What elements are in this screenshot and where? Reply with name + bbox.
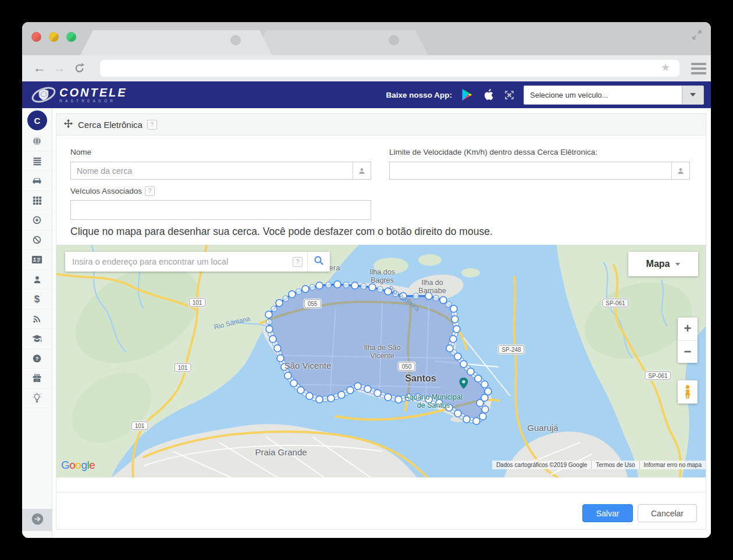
app-header: CONTELE RASTREADOR Baixe nosso App: bbox=[22, 81, 711, 108]
panel-header: Cerca Eletrônica ? bbox=[56, 114, 706, 135]
limite-input[interactable] bbox=[390, 162, 671, 179]
map-copyright: Dados cartográficos ©2019 Google bbox=[492, 461, 591, 469]
browser-toolbar: ← → ★ bbox=[22, 55, 711, 81]
brand-subtitle: RASTREADOR bbox=[59, 99, 127, 103]
resize-icon[interactable] bbox=[691, 29, 703, 43]
caret-down-icon bbox=[675, 263, 680, 266]
zoom-window-button[interactable] bbox=[66, 32, 76, 42]
veiculos-label: Veículos Associados ? bbox=[70, 186, 155, 196]
search-help-icon[interactable]: ? bbox=[293, 257, 303, 267]
sidebar-item-ban[interactable] bbox=[22, 230, 52, 250]
nome-input[interactable] bbox=[71, 162, 353, 179]
map-attribution: Dados cartográficos ©2019 GoogleTermos d… bbox=[492, 461, 706, 469]
nome-field bbox=[70, 162, 371, 180]
google-logo[interactable]: Google bbox=[61, 459, 95, 472]
zoom-out-button[interactable]: − bbox=[678, 341, 698, 363]
save-button[interactable]: Salvar bbox=[582, 504, 633, 522]
ban-icon bbox=[32, 235, 42, 245]
person-icon bbox=[353, 162, 371, 179]
veiculos-label-text: Veículos Associados bbox=[70, 187, 142, 195]
map-attribution-link[interactable]: Termos de Uso bbox=[591, 461, 639, 469]
google-logo-letter: o bbox=[75, 459, 81, 471]
sidebar-item-dollar[interactable]: $ bbox=[22, 290, 52, 309]
limite-field bbox=[389, 162, 690, 180]
map-type-label: Mapa bbox=[646, 259, 670, 269]
signal-icon bbox=[32, 314, 42, 324]
contele-logo: CONTELE RASTREADOR bbox=[30, 84, 127, 106]
user-icon bbox=[33, 275, 42, 284]
map-instruction: Clique no mapa para desenhar sua cerca. … bbox=[70, 226, 493, 238]
veiculos-help-icon[interactable]: ? bbox=[145, 186, 155, 196]
list-icon bbox=[33, 156, 42, 166]
search-button[interactable] bbox=[307, 252, 330, 272]
id-card-icon bbox=[31, 255, 42, 264]
chevron-down-icon bbox=[682, 86, 703, 104]
sidebar-collapse-button[interactable] bbox=[22, 509, 52, 531]
browser-titlebar bbox=[22, 22, 711, 55]
sidebar-item-grid[interactable] bbox=[22, 191, 52, 211]
browser-window: ← → ★ CONTELE RASTREADOR Baixe nosso App… bbox=[22, 22, 711, 538]
grid-icon bbox=[33, 196, 42, 205]
close-window-button[interactable] bbox=[31, 32, 41, 42]
download-app-label: Baixe nosso App: bbox=[386, 91, 452, 99]
question-circle-icon: ? bbox=[32, 354, 42, 363]
back-button[interactable]: ← bbox=[31, 59, 48, 77]
minimize-window-button[interactable] bbox=[49, 32, 59, 42]
globe-icon bbox=[32, 136, 42, 146]
cancel-button[interactable]: Cancelar bbox=[638, 504, 697, 522]
menu-icon[interactable] bbox=[691, 63, 706, 77]
forward-button[interactable]: → bbox=[51, 59, 67, 77]
tab-favicon bbox=[389, 35, 399, 45]
vehicle-select[interactable]: Selecione um veículo... bbox=[524, 85, 704, 105]
sidebar-item-gift[interactable] bbox=[22, 369, 52, 388]
sidebar-item-id-card[interactable] bbox=[22, 250, 52, 270]
sidebar-item-list[interactable] bbox=[22, 151, 52, 171]
sidebar-item-signal[interactable] bbox=[22, 309, 52, 329]
contele-swoosh-icon bbox=[30, 84, 57, 106]
footer-divider bbox=[56, 492, 706, 493]
veiculos-input[interactable] bbox=[71, 201, 371, 219]
map-type-control[interactable]: Mapa bbox=[628, 252, 698, 276]
map-search-box: ? bbox=[65, 252, 330, 272]
sidebar-item-user[interactable] bbox=[22, 270, 52, 290]
browser-tab-active[interactable] bbox=[80, 30, 272, 55]
google-play-icon[interactable] bbox=[460, 88, 474, 102]
sidebar-item-globe[interactable] bbox=[22, 131, 52, 151]
refresh-button[interactable] bbox=[71, 62, 87, 79]
nome-label: Nome bbox=[70, 148, 91, 156]
sidebar: C $? bbox=[22, 108, 52, 538]
map-base bbox=[56, 245, 706, 477]
sidebar-item-question-circle[interactable]: ? bbox=[22, 349, 52, 369]
browser-tab-inactive[interactable] bbox=[254, 30, 428, 55]
limite-label: Limite de Velocidade (Km/h) dentro dessa… bbox=[389, 148, 597, 156]
zoom-in-button[interactable]: + bbox=[678, 318, 698, 341]
sidebar-item-car[interactable] bbox=[22, 171, 52, 191]
title-help-icon[interactable]: ? bbox=[147, 120, 157, 130]
brand-name: CONTELE bbox=[59, 87, 127, 98]
map-canvas[interactable]: eraIlha dos BagresIlha do BarnabeRio Ped… bbox=[56, 245, 706, 477]
google-logo-letter: o bbox=[69, 459, 75, 471]
move-arrows-icon bbox=[63, 119, 73, 131]
apple-icon[interactable] bbox=[482, 88, 495, 102]
graduation-cap-icon bbox=[31, 334, 42, 344]
google-logo-letter: g bbox=[81, 459, 87, 471]
map-attribution-link[interactable]: Informar erro no mapa bbox=[639, 461, 706, 469]
fullscreen-icon[interactable] bbox=[503, 89, 515, 101]
main-content: Cerca Eletrônica ? Nome Limite de Veloci… bbox=[52, 108, 711, 538]
dollar-icon: $ bbox=[34, 294, 40, 305]
sidebar-item-target[interactable] bbox=[22, 211, 52, 230]
target-icon bbox=[32, 215, 42, 225]
veiculos-field bbox=[70, 200, 371, 220]
street-view-pegman[interactable] bbox=[678, 380, 698, 404]
person-icon bbox=[671, 162, 689, 179]
search-icon bbox=[314, 255, 324, 268]
sidebar-item-graduation-cap[interactable] bbox=[22, 329, 52, 349]
google-logo-letter: e bbox=[89, 459, 95, 471]
sidebar-item-lightbulb[interactable] bbox=[22, 388, 52, 408]
google-logo-letter: G bbox=[61, 459, 69, 471]
url-input[interactable] bbox=[100, 60, 679, 77]
avatar[interactable]: C bbox=[27, 110, 47, 130]
bookmark-star-icon[interactable]: ★ bbox=[661, 61, 670, 74]
vehicle-select-value: Selecione um veículo... bbox=[524, 91, 682, 99]
map-search-input[interactable] bbox=[65, 257, 293, 266]
